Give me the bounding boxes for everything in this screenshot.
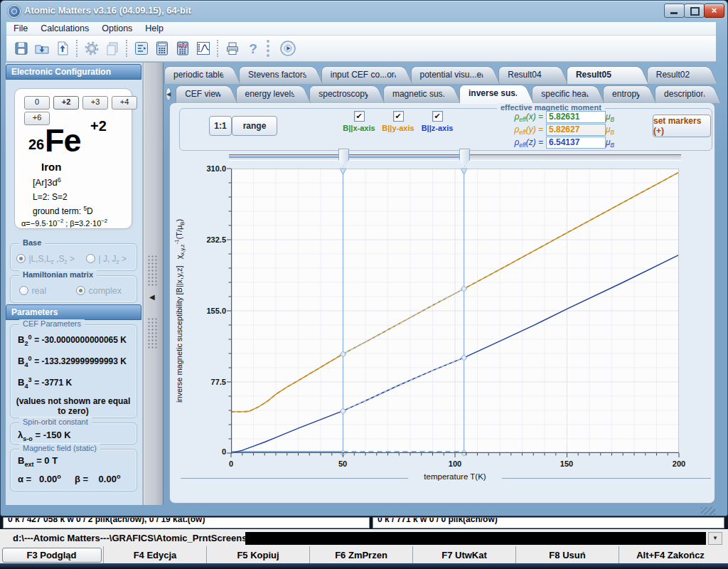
tab-scroll-left-button[interactable]: ◀ (166, 87, 171, 101)
hamiltonian-caption: Hamiltonian matrix (19, 270, 97, 279)
peff-x-value[interactable]: 5.82631 (546, 111, 606, 123)
cef-b43: B43 = -3771 K (18, 376, 72, 390)
command-line-row: d:\---Atomic Matters---\GRAFICS\Atomic_P… (0, 529, 728, 547)
oxidation-button-plus4[interactable]: +4 (112, 96, 137, 110)
list-view-button[interactable] (131, 38, 151, 59)
peff-z-unit: μB (606, 137, 614, 149)
checkbox-label: B||x-axis (343, 124, 375, 132)
fkey-altf4[interactable]: Alt+F4 Zakończ (619, 546, 722, 563)
x-axis-title: temperature T(K) (412, 472, 498, 481)
tab-result05[interactable]: Result05 (567, 66, 637, 84)
plot-area[interactable] (231, 169, 679, 453)
range-button[interactable]: range (232, 116, 277, 136)
panel-splitter[interactable]: ◀ (144, 63, 164, 505)
tab-specific-heat[interactable]: specific heat (532, 85, 593, 103)
peff-y-value[interactable]: 5.82627 (546, 124, 606, 136)
bottom-edge (0, 563, 728, 569)
set-markers-button[interactable]: set markers (+) (653, 115, 711, 137)
beta-value: β = 0.00o (75, 473, 120, 484)
tab-potential-visualizer[interactable]: potential visu...er (411, 66, 489, 84)
menu-file[interactable]: File (14, 23, 28, 33)
save-icon (13, 40, 30, 57)
checkbox-icon[interactable]: ✔ (354, 111, 365, 122)
import-button[interactable] (31, 38, 52, 59)
y-tick-label: 77.5 (193, 378, 226, 386)
menu-help[interactable]: Help (145, 23, 164, 33)
settings-button[interactable] (81, 38, 102, 59)
scale-1-1-button[interactable]: 1:1 (209, 116, 232, 136)
help-button[interactable]: ? (242, 38, 263, 59)
tab-inverse-sus[interactable]: inverse sus. (459, 85, 522, 103)
base-caption: Base (19, 238, 45, 247)
tab-periodic-table[interactable]: periodic table (164, 66, 229, 84)
toolbar-separator (217, 40, 218, 57)
parameters-header: Parameters (6, 304, 141, 320)
calculator-button[interactable] (151, 38, 172, 59)
oxidation-button-0[interactable]: 0 (24, 96, 50, 110)
copy-pages-button[interactable] (102, 38, 122, 59)
save-button[interactable] (11, 38, 31, 59)
resize-grip[interactable] (701, 507, 715, 515)
checkbox-icon[interactable]: ✔ (393, 111, 404, 122)
menu-options[interactable]: Options (102, 23, 132, 33)
calculator-greek-button[interactable]: αβγ (172, 38, 193, 59)
menu-calculations[interactable]: Calculations (41, 23, 89, 33)
checkbox-b-y-axis[interactable]: ✔ B||y-axis (379, 111, 417, 132)
close-button[interactable]: × (704, 4, 724, 18)
cef-b20: B20 = -30.0000000000065 K (18, 334, 127, 347)
y-axis-title-wrap: inverse magnetic susceptibility [B||x,y,… (173, 453, 458, 466)
collapse-arrow-icon[interactable]: ◀ (149, 293, 155, 301)
checkbox-icon[interactable]: ✔ (432, 111, 443, 122)
list-icon (133, 40, 150, 57)
tab-entropy[interactable]: entropy (603, 85, 645, 103)
close-icon: × (705, 4, 724, 17)
tab-result04[interactable]: Result04 (498, 66, 557, 84)
fkey-f7[interactable]: F7 UtwKat (412, 546, 515, 563)
cef-parameters-group: CEF Parameters B20 = -30.0000000000065 K… (10, 324, 137, 418)
command-prompt: d:\---Atomic Matters---\GRAFICS\Atomic_P… (13, 533, 252, 543)
checkbox-b-x-axis[interactable]: ✔ B||x-axis (340, 111, 378, 132)
tab-description[interactable]: description (655, 85, 710, 103)
tab-stevens-factors[interactable]: Stevens factors (239, 66, 311, 84)
splitter-grip[interactable] (147, 255, 159, 287)
run-button[interactable] (277, 38, 298, 59)
oxidation-button-plus2[interactable]: +2 (53, 96, 79, 110)
splitter-grip[interactable] (147, 317, 159, 350)
element-name: Iron (41, 161, 61, 173)
export-button[interactable] (52, 38, 73, 59)
command-history-dropdown[interactable]: ▼ (708, 532, 722, 545)
command-input[interactable] (245, 532, 706, 545)
checkbox-b-z-axis[interactable]: ✔ B||z-axis (418, 111, 456, 132)
fkey-f6[interactable]: F6 ZmPrzen (309, 546, 412, 563)
toolbar-separator (76, 40, 77, 57)
checkbox-label: B||y-axis (382, 124, 414, 132)
peff-x-label: ρeff(x) = (489, 112, 543, 123)
fkey-f3-button[interactable]: F3 Podgląd (2, 548, 102, 563)
tab-input-cef[interactable]: input CEF co...on (321, 66, 401, 84)
status-bar-left: 0 k / 427 058 k w 0 / 2 plik(ach/ów), 0 … (3, 517, 370, 528)
oxidation-button-plus3[interactable]: +3 (82, 96, 108, 110)
minimize-button[interactable] (664, 4, 685, 18)
maximize-button[interactable] (684, 4, 705, 18)
x-tick-label: 150 (552, 459, 581, 468)
function-key-bar: F3 Podgląd F4 Edycja F5 Kopiuj F6 ZmPrze… (0, 546, 728, 563)
tab-energy-levels[interactable]: energy levels (236, 85, 300, 103)
electron-configuration: [Ar]3d6 (33, 176, 61, 188)
tab-spectroscopy[interactable]: spectroscopy (309, 85, 373, 103)
print-button[interactable] (222, 38, 242, 59)
gear-icon (83, 40, 100, 57)
screen: Atomic Matters v3.16 (04.09.15), 64-bit … (0, 0, 728, 569)
tab-result02[interactable]: Result02 (647, 66, 706, 84)
fkey-f3[interactable]: F3 Podgląd (0, 546, 103, 563)
alpha-value: α = 0.00o (18, 473, 61, 484)
tab-magnetic-sus[interactable]: magnetic sus. (383, 85, 449, 103)
peff-z-value[interactable]: 6.54137 (546, 137, 606, 149)
chart-view-button[interactable] (193, 38, 213, 59)
tab-cef-view[interactable]: CEF view (176, 85, 225, 103)
range-slider-track[interactable] (229, 154, 681, 161)
folder-down-icon (33, 40, 50, 57)
fkey-f8[interactable]: F8 Usuń (515, 546, 619, 563)
fkey-f5[interactable]: F5 Kopiuj (206, 546, 309, 563)
fkey-f4[interactable]: F4 Edycja (103, 546, 206, 563)
atomic-number: 26 (28, 137, 44, 153)
